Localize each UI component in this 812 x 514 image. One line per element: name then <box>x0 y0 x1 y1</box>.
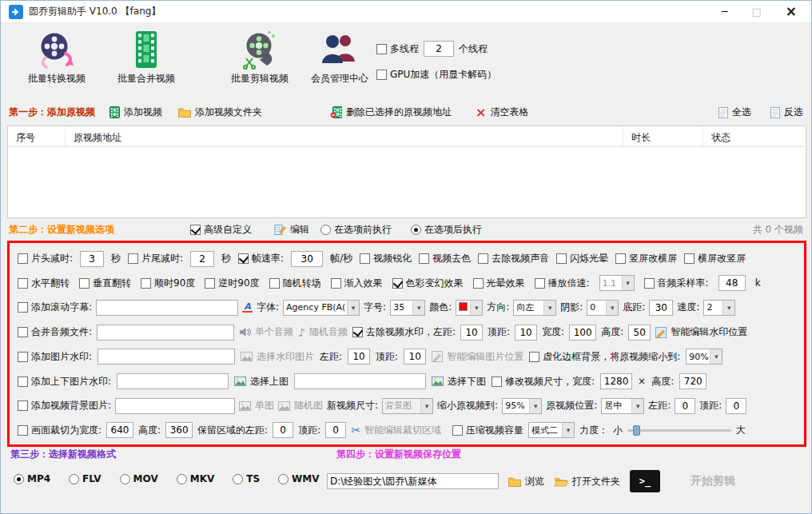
select-all-button[interactable]: 全选 <box>718 106 751 119</box>
invert-select-button[interactable]: 反选 <box>770 106 803 119</box>
multithread-checkbox[interactable] <box>376 44 387 54</box>
scroll-subtitle-option[interactable]: 添加滚动字幕: <box>18 301 92 314</box>
shadow-select[interactable]: 0▾ <box>587 300 619 316</box>
tail-trim-option[interactable]: 片尾减时: <box>128 252 183 265</box>
format-mp4-radio[interactable] <box>14 474 24 484</box>
decolor-option[interactable]: 视频去色 <box>419 252 471 265</box>
single-audio-button[interactable]: 单个音频 <box>239 325 293 339</box>
image-watermark-option[interactable]: 添加图片水印: <box>18 350 92 364</box>
tail-trim-input[interactable] <box>190 251 214 267</box>
col-path[interactable]: 原视频地址 <box>66 126 623 146</box>
resize-option[interactable]: 修改视频尺寸，宽度: <box>492 375 595 388</box>
sharpen-option[interactable]: 视频锐化 <box>360 252 412 265</box>
image-watermark-input[interactable] <box>98 349 235 365</box>
compress-checkbox[interactable] <box>452 425 463 436</box>
start-clip-button[interactable]: 开始剪辑 <box>691 474 735 488</box>
fade-in-checkbox[interactable] <box>331 278 341 289</box>
format-wmv[interactable]: WMV <box>278 473 319 484</box>
mute-option[interactable]: 去除视频声音 <box>478 252 549 265</box>
head-trim-checkbox[interactable] <box>18 253 28 264</box>
tail-trim-checkbox[interactable] <box>128 253 138 264</box>
random-transition-option[interactable]: 随机转场 <box>269 277 321 290</box>
add-video-button[interactable]: 添加视频 <box>109 106 162 119</box>
exec-before-radio[interactable] <box>320 225 331 235</box>
format-mov-radio[interactable] <box>120 474 130 484</box>
merge-audio-input[interactable] <box>97 325 234 341</box>
pick-bottom-image-button[interactable]: 选择下图 <box>432 375 486 388</box>
advanced-custom-option[interactable]: 高级自定义 <box>190 223 252 237</box>
flicker-halo-checkbox[interactable] <box>556 253 567 264</box>
fps-input[interactable] <box>291 251 323 267</box>
col-status[interactable]: 状态 <box>703 126 806 146</box>
play-speed-select[interactable]: 1.1▾ <box>599 275 635 291</box>
portrait-to-landscape-option[interactable]: 竖屏改横屏 <box>615 252 677 265</box>
scroll-subtitle-input[interactable] <box>96 300 238 316</box>
wm-left-input[interactable] <box>348 349 370 365</box>
watermark-left-input[interactable] <box>460 325 483 341</box>
sample-rate-input[interactable] <box>718 275 746 291</box>
save-path-input[interactable] <box>327 473 499 489</box>
watermark-height-input[interactable] <box>628 325 651 341</box>
blur-border-select[interactable]: 90%▾ <box>686 349 722 365</box>
crop-option[interactable]: 画面裁切为宽度: <box>18 424 102 437</box>
exec-after-radio[interactable] <box>411 225 421 235</box>
format-flv-radio[interactable] <box>69 474 79 484</box>
random-audio-button[interactable]: ♪随机音频 <box>298 325 348 339</box>
rotate-ccw90-checkbox[interactable] <box>205 278 215 289</box>
format-ts-radio[interactable] <box>233 474 243 484</box>
merge-audio-option[interactable]: 合并音频文件: <box>18 325 92 339</box>
clear-table-button[interactable]: ×清空表格 <box>476 106 528 119</box>
rotate-ccw90-option[interactable]: 逆时90度 <box>205 277 259 290</box>
smart-watermark-button[interactable]: 智能编辑水印位置 <box>655 325 747 339</box>
single-image-button[interactable]: 单图 <box>239 399 274 412</box>
col-duration[interactable]: 时长 <box>623 126 703 146</box>
compress-mode-select[interactable]: 模式二▾ <box>528 422 575 438</box>
smart-crop-button[interactable]: ✂智能编辑裁切区域 <box>351 424 441 437</box>
gpu-option[interactable]: GPU加速（用显卡解码） <box>376 68 496 82</box>
resize-checkbox[interactable] <box>492 377 502 387</box>
video-position-select[interactable]: 居中▾ <box>601 398 644 414</box>
sharpen-checkbox[interactable] <box>360 253 370 264</box>
crop-height-input[interactable] <box>165 422 193 438</box>
col-index[interactable]: 序号 <box>8 126 66 146</box>
shrink-to-select[interactable]: 95%▾ <box>502 398 542 414</box>
watermark-width-input[interactable] <box>569 325 596 341</box>
crop-area-top-input[interactable] <box>325 422 346 438</box>
crop-checkbox[interactable] <box>18 425 28 436</box>
background-image-checkbox[interactable] <box>18 400 28 411</box>
format-wmv-radio[interactable] <box>278 474 289 484</box>
exec-before-option[interactable]: 在选项前执行 <box>320 223 392 237</box>
resize-height-input[interactable] <box>679 373 707 389</box>
background-image-input[interactable] <box>115 398 235 414</box>
scroll-speed-select[interactable]: 2▾ <box>703 300 735 316</box>
play-speed-checkbox[interactable] <box>535 278 545 289</box>
format-mkv-radio[interactable] <box>177 474 187 484</box>
head-trim-option[interactable]: 片头减时: <box>18 252 73 265</box>
merge-audio-checkbox[interactable] <box>18 327 28 337</box>
mute-checkbox[interactable] <box>478 253 488 264</box>
watermark-top-input[interactable] <box>515 325 537 341</box>
landscape-to-portrait-checkbox[interactable] <box>684 253 695 264</box>
portrait-to-landscape-checkbox[interactable] <box>615 253 626 264</box>
halo-fx-checkbox[interactable] <box>473 278 484 289</box>
advanced-custom-checkbox[interactable] <box>190 225 201 235</box>
multithread-option[interactable]: 多线程 <box>376 42 419 56</box>
minimize-button[interactable]: ─ <box>722 6 728 17</box>
format-flv[interactable]: FLV <box>69 473 101 484</box>
pick-watermark-image-button[interactable]: 选择水印图片 <box>241 350 314 364</box>
member-center-button[interactable]: 会员管理中心 <box>303 25 376 86</box>
top-bottom-watermark-checkbox[interactable] <box>18 377 28 387</box>
wm-top-input[interactable] <box>404 349 426 365</box>
crop-width-input[interactable] <box>106 422 133 438</box>
slider-thumb[interactable] <box>633 425 640 436</box>
color-fx-checkbox[interactable] <box>392 278 403 289</box>
sample-rate-option[interactable]: 音频采样率: <box>644 277 709 290</box>
new-size-select[interactable]: 背景图▾ <box>382 398 433 414</box>
blur-border-option[interactable]: 虚化边框背景，将原视频缩小到: <box>529 350 680 364</box>
font-size-select[interactable]: 35▾ <box>390 300 425 316</box>
scroll-subtitle-checkbox[interactable] <box>18 302 28 313</box>
landscape-to-portrait-option[interactable]: 横屏改竖屏 <box>684 252 746 265</box>
open-folder-button[interactable]: 打开文件夹 <box>554 475 620 488</box>
direction-select[interactable]: 向左▾ <box>513 300 556 316</box>
batch-clip-button[interactable]: 批量剪辑视频 <box>218 25 301 86</box>
